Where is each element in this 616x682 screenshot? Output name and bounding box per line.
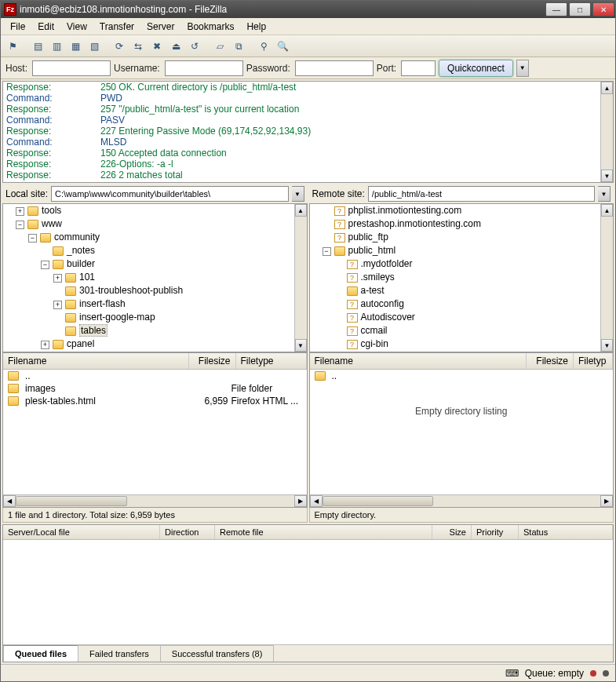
tree-item[interactable]: community [54,232,100,243]
tab-queued[interactable]: Queued files [3,645,78,662]
scroll-up-icon[interactable]: ▲ [601,82,613,94]
log-line: Command:MLSD [3,137,613,148]
scroll-down-icon[interactable]: ▼ [601,170,613,182]
transfer-queue[interactable]: Server/Local file Direction Remote file … [2,524,614,662]
cancel-icon[interactable]: ✖ [148,38,166,55]
remote-list-hscroll[interactable]: ◀▶ [310,494,614,507]
local-file-list[interactable]: Filename Filesize Filetype ..imagesFile … [2,352,308,508]
remote-path-input[interactable] [368,186,595,202]
col-server[interactable]: Server/Local file [3,525,160,539]
col-direction[interactable]: Direction [160,525,215,539]
tree-item[interactable]: insert-google-map [79,312,155,323]
list-item[interactable]: .. [310,370,614,382]
tree-item[interactable]: cgi-bin [361,338,388,349]
refresh-icon[interactable]: ⟳ [111,38,128,55]
password-input[interactable] [295,60,374,76]
compare-icon[interactable]: ⧉ [230,38,247,55]
col-priority[interactable]: Priority [472,525,519,539]
toggle-remote-icon[interactable]: ▧ [86,38,103,55]
tree-item[interactable]: Autodiscover [361,312,415,323]
tree-item[interactable]: a-test [361,285,385,296]
tree-item[interactable]: phplist.inmotiontesting.com [348,205,462,216]
port-input[interactable] [401,60,436,76]
expand-icon[interactable]: + [41,341,49,349]
list-item[interactable]: imagesFile folder [3,382,307,395]
filter-icon[interactable]: ▱ [211,38,228,55]
remote-path-dropdown[interactable]: ▼ [598,186,611,202]
tree-item[interactable]: autoconfig [361,298,404,309]
remote-tree[interactable]: ?phplist.inmotiontesting.com ?prestashop… [309,203,614,352]
collapse-icon[interactable]: − [41,261,49,269]
host-input[interactable] [32,60,111,76]
col-filesize[interactable]: Filesize [527,353,574,369]
password-label: Password: [246,63,290,74]
process-queue-icon[interactable]: ⇆ [129,38,147,55]
maximize-button[interactable]: □ [569,2,591,16]
log-scrollbar[interactable]: ▲ ▼ [600,82,613,182]
expand-icon[interactable]: + [16,207,24,216]
menu-view[interactable]: View [60,20,93,34]
local-list-hscroll[interactable]: ◀▶ [3,494,307,507]
tree-item[interactable]: www [42,218,62,229]
tree-item[interactable]: public_html [348,245,396,256]
menu-file[interactable]: File [4,20,31,34]
col-size[interactable]: Size [432,525,472,539]
site-manager-icon[interactable]: ⚑ [4,38,21,55]
message-log[interactable]: Response:250 OK. Current directory is /p… [2,81,614,183]
tab-successful[interactable]: Successful transfers (8) [160,645,275,662]
minimize-button[interactable]: — [545,2,567,16]
tree-item[interactable]: builder [67,258,95,269]
local-site-label: Local site: [5,188,48,199]
local-path-dropdown[interactable]: ▼ [292,186,304,202]
remote-tree-scrollbar[interactable]: ▲▼ [600,204,613,352]
toggle-tree-icon[interactable]: ▥ [48,38,65,55]
collapse-icon[interactable]: − [28,234,37,243]
close-button[interactable]: ✕ [592,2,614,16]
expand-icon[interactable]: + [53,274,62,283]
tree-item[interactable]: ccmail [361,325,388,336]
col-filetype[interactable]: Filetyp [574,353,613,369]
tree-item[interactable]: 301-troubleshoot-publish [79,285,183,296]
username-input[interactable] [165,60,243,76]
menu-help[interactable]: Help [240,20,272,34]
col-remote[interactable]: Remote file [215,525,432,539]
col-filesize[interactable]: Filesize [189,353,236,369]
list-item[interactable]: plesk-tables.html6,959Firefox HTML ... [3,395,307,407]
col-filename[interactable]: Filename [3,353,189,369]
menu-bookmarks[interactable]: Bookmarks [180,20,240,34]
menu-edit[interactable]: Edit [31,20,60,34]
local-tree[interactable]: +tools −www −community _notes −builder +… [2,203,308,352]
quickconnect-dropdown[interactable]: ▼ [516,60,529,77]
tree-item[interactable]: tools [42,205,61,216]
tree-item[interactable]: .smileys [361,272,395,283]
search-icon[interactable]: 🔍 [274,38,291,55]
reconnect-icon[interactable]: ↺ [186,38,203,55]
list-item[interactable]: .. [3,370,307,382]
col-filename[interactable]: Filename [310,353,527,369]
tree-item-selected[interactable]: tables [79,324,108,337]
toggle-log-icon[interactable]: ▤ [29,38,46,55]
tree-item[interactable]: prestashop.inmotiontesting.com [348,218,481,229]
menu-server[interactable]: Server [140,20,180,34]
remote-file-list[interactable]: Filename Filesize Filetyp .. Empty direc… [309,352,614,508]
collapse-icon[interactable]: − [323,247,331,256]
local-tree-scrollbar[interactable]: ▲▼ [294,204,307,352]
tree-item[interactable]: insert-flash [79,298,126,309]
collapse-icon[interactable]: − [16,221,24,229]
tree-item[interactable]: cpanel [67,338,94,349]
col-filetype[interactable]: Filetype [236,353,307,369]
tab-failed[interactable]: Failed transfers [78,645,161,662]
disconnect-icon[interactable]: ⏏ [167,38,184,55]
toggle-queue-icon[interactable]: ▦ [67,38,84,55]
local-path-input[interactable] [51,186,288,202]
expand-icon[interactable]: + [53,301,62,309]
sync-browse-icon[interactable]: ⚲ [255,38,272,55]
tree-item[interactable]: _notes [67,245,95,256]
tree-item[interactable]: public_ftp [348,232,388,243]
tree-item[interactable]: 101 [79,272,95,283]
quickconnect-button[interactable]: Quickconnect [439,60,513,77]
log-line: Response:150 Accepted data connection [3,148,613,159]
menu-transfer[interactable]: Transfer [93,20,140,34]
tree-item[interactable]: .mydotfolder [361,258,413,269]
col-status[interactable]: Status [519,525,613,539]
